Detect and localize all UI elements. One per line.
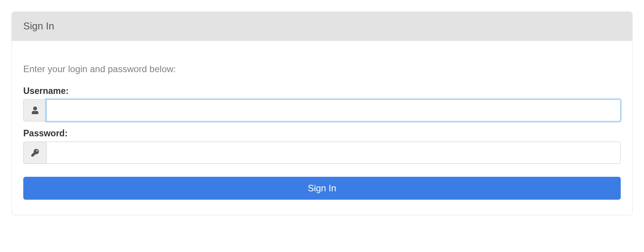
username-input-group bbox=[23, 99, 621, 121]
signin-button[interactable]: Sign In bbox=[23, 177, 621, 200]
instruction-text: Enter your login and password below: bbox=[23, 64, 621, 74]
key-icon bbox=[23, 142, 46, 164]
password-label: Password: bbox=[23, 128, 621, 139]
username-group: Username: bbox=[23, 86, 621, 121]
user-icon bbox=[23, 99, 46, 121]
username-label: Username: bbox=[23, 86, 621, 96]
password-group: Password: bbox=[23, 128, 621, 164]
card-body: Enter your login and password below: Use… bbox=[12, 41, 632, 215]
username-input[interactable] bbox=[46, 99, 621, 121]
card-title: Sign In bbox=[23, 20, 621, 32]
password-input-group bbox=[23, 142, 621, 164]
card-header: Sign In bbox=[12, 12, 632, 41]
password-input[interactable] bbox=[46, 142, 621, 164]
signin-card: Sign In Enter your login and password be… bbox=[11, 11, 633, 215]
